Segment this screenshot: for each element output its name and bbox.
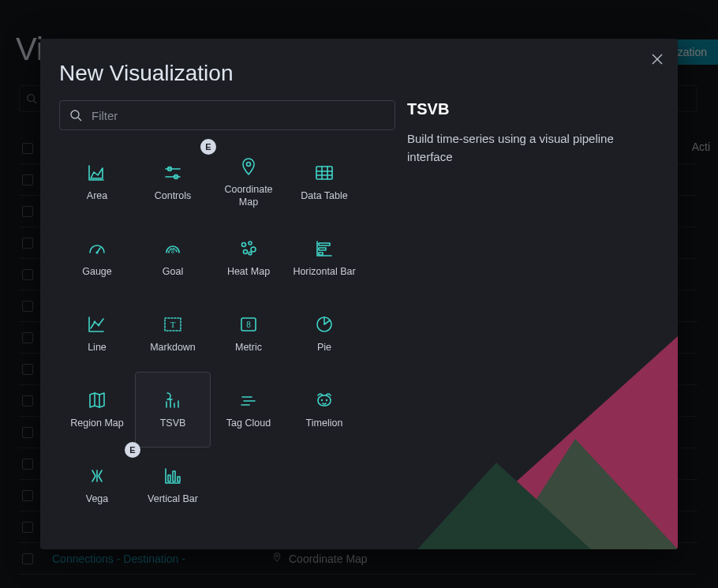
detail-description: Build time-series using a visual pipelin… — [407, 129, 659, 167]
vis-type-goal[interactable]: 8Goal — [135, 220, 211, 296]
markdown-icon: T — [162, 313, 184, 335]
vis-type-label: Data Table — [297, 190, 351, 203]
svg-point-21 — [249, 242, 252, 245]
svg-point-20 — [242, 243, 246, 247]
svg-rect-26 — [319, 248, 326, 250]
close-icon — [652, 54, 663, 65]
vis-type-coordinate-map[interactable]: Coordinate Map — [211, 144, 286, 220]
vis-type-metric[interactable]: 8Metric — [211, 296, 286, 372]
svg-text:T: T — [170, 320, 176, 329]
svg-line-6 — [78, 118, 81, 121]
vis-type-region-map[interactable]: Region Map — [59, 372, 135, 448]
vis-type-pie[interactable]: Pie — [286, 296, 362, 372]
controls-icon — [162, 162, 184, 184]
vis-type-heat-map[interactable]: Heat Map — [211, 220, 286, 296]
close-button[interactable] — [646, 48, 668, 70]
vis-type-label: Region Map — [67, 418, 126, 430]
vis-type-label: Vega — [83, 493, 112, 506]
vis-type-horizontal-bar[interactable]: Horizontal Bar — [286, 220, 362, 296]
hbar-icon — [313, 238, 335, 260]
vis-type-tsvb[interactable]: TSVB — [135, 372, 211, 448]
tagcloud-icon — [237, 389, 260, 411]
heatmap-icon — [237, 238, 260, 260]
vis-type-label: Markdown — [147, 342, 199, 354]
detail-panel: TSVB Build time-series using a visual pi… — [407, 100, 659, 530]
vis-type-gauge[interactable]: Gauge — [59, 220, 135, 296]
svg-rect-48 — [173, 471, 175, 481]
vis-type-label: Heat Map — [224, 266, 273, 279]
vis-type-label: TSVB — [157, 418, 189, 430]
timelion-icon — [313, 389, 335, 411]
vis-type-label: Controls — [151, 190, 195, 203]
vis-type-label: Timelion — [303, 418, 346, 430]
vbar-icon — [162, 465, 184, 487]
svg-point-45 — [326, 399, 327, 401]
vis-type-label: Coordinate Map — [211, 184, 286, 208]
region-icon — [86, 389, 108, 411]
svg-text:8: 8 — [171, 249, 174, 254]
table-icon — [313, 162, 335, 184]
svg-rect-49 — [178, 477, 180, 481]
metric-icon: 8 — [237, 313, 260, 335]
svg-point-23 — [244, 250, 248, 254]
vis-type-vega[interactable]: VegaE — [59, 448, 135, 523]
gauge-icon — [86, 238, 108, 260]
svg-point-11 — [247, 163, 251, 167]
vis-type-tag-cloud[interactable]: Tag Cloud — [211, 372, 286, 448]
vis-type-label: Horizontal Bar — [290, 266, 358, 279]
search-icon — [69, 109, 82, 122]
svg-point-29 — [98, 324, 100, 327]
svg-rect-12 — [316, 167, 332, 179]
vis-type-timelion[interactable]: Timelion — [286, 372, 362, 448]
vis-type-controls[interactable]: ControlsE — [135, 144, 211, 220]
svg-rect-27 — [319, 253, 323, 255]
vis-type-data-table[interactable]: Data Table — [286, 144, 362, 220]
svg-point-24 — [249, 252, 252, 255]
vis-type-line[interactable]: Line — [59, 296, 135, 372]
vis-type-label: Metric — [232, 342, 265, 354]
vega-icon — [86, 465, 108, 487]
filter-box[interactable] — [59, 100, 395, 130]
svg-rect-25 — [319, 243, 330, 245]
tsvb-icon — [162, 389, 184, 411]
detail-title: TSVB — [407, 100, 659, 118]
vis-type-label: Gauge — [79, 266, 115, 279]
vis-type-label: Line — [84, 342, 110, 354]
vis-type-markdown[interactable]: TMarkdown — [135, 296, 211, 372]
svg-point-44 — [321, 399, 323, 401]
vis-type-vertical-bar[interactable]: Vertical Bar — [135, 448, 211, 523]
svg-point-5 — [71, 110, 79, 118]
line-icon — [86, 313, 108, 335]
vis-type-label: Pie — [314, 342, 335, 354]
new-visualization-modal: New Visualization AreaControlsECoordinat… — [40, 39, 678, 549]
vis-type-area[interactable]: Area — [59, 144, 135, 220]
vis-type-label: Area — [84, 190, 110, 203]
vis-type-label: Goal — [159, 266, 186, 279]
pin-icon — [237, 155, 260, 178]
svg-point-28 — [94, 321, 96, 324]
visualization-type-grid: AreaControlsECoordinate MapData TableGau… — [59, 144, 395, 523]
svg-point-22 — [251, 247, 256, 252]
pie-icon — [313, 313, 335, 335]
area-icon — [86, 162, 108, 184]
modal-title: New Visualization — [59, 61, 234, 86]
svg-rect-47 — [168, 475, 170, 481]
svg-point-18 — [95, 252, 98, 254]
vis-type-label: Tag Cloud — [223, 418, 274, 430]
vis-type-label: Vertical Bar — [144, 493, 201, 506]
goal-icon: 8 — [162, 238, 184, 260]
filter-input[interactable] — [90, 108, 385, 123]
svg-text:8: 8 — [246, 320, 251, 329]
